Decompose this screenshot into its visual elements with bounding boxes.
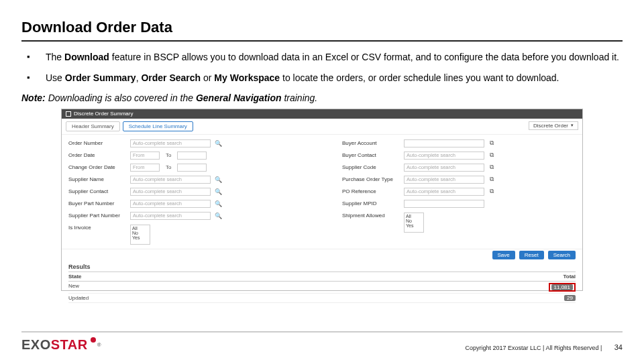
to-label: To bbox=[164, 164, 173, 170]
results-section: Results State Total New 11,081 Updated 2… bbox=[62, 261, 582, 303]
label-shipment-allowed: Shipment Allowed bbox=[342, 213, 400, 219]
copy-icon[interactable]: ⧉ bbox=[488, 152, 495, 159]
col-state: State bbox=[68, 274, 82, 280]
reset-button[interactable]: Reset bbox=[519, 251, 544, 259]
note-label: Note: bbox=[21, 93, 48, 103]
logo-dot-icon bbox=[91, 337, 96, 343]
text-bold: Order Summary bbox=[65, 72, 136, 83]
change-date-to[interactable] bbox=[177, 164, 207, 172]
copy-icon[interactable]: ⧉ bbox=[488, 140, 495, 147]
logo-text-exo: EXO bbox=[21, 337, 51, 353]
note: Note: Downloading is also covered in the… bbox=[21, 93, 623, 103]
results-row-updated: Updated 29 bbox=[68, 294, 576, 303]
option-yes[interactable]: Yes bbox=[406, 223, 422, 228]
label-supplier-mpid: Supplier MPID bbox=[342, 200, 400, 206]
text: Downloading is also covered in the bbox=[48, 93, 196, 103]
shipment-allowed-listbox[interactable]: All No Yes bbox=[404, 213, 424, 233]
order-date-from[interactable]: From bbox=[130, 152, 160, 160]
page-title: Download Order Data bbox=[21, 19, 623, 42]
buyer-contact-input[interactable]: Auto-complete search bbox=[404, 152, 484, 160]
text: Use bbox=[46, 72, 65, 83]
label-change-order-date: Change Order Date bbox=[68, 164, 126, 170]
tab-bar: Header Summary Schedule Line Summary bbox=[62, 119, 582, 135]
copy-icon[interactable]: ⧉ bbox=[488, 164, 495, 171]
label-po-reference: PO Reference bbox=[342, 188, 400, 194]
footer-right: Copyright 2017 Exostar LLC | All Rights … bbox=[466, 341, 623, 353]
supplier-code-input[interactable]: Auto-complete search bbox=[404, 164, 484, 172]
embedded-screenshot: Discrete Order Summary Header Summary Sc… bbox=[61, 109, 583, 291]
order-number-input[interactable]: Auto-complete search bbox=[130, 139, 211, 147]
text-bold: My Workspace bbox=[214, 72, 282, 83]
buyer-account-input[interactable] bbox=[404, 139, 484, 147]
supplier-name-input[interactable]: Auto-complete search bbox=[130, 176, 211, 184]
download-dropdown[interactable]: Discrete Order bbox=[529, 121, 578, 130]
state-value: Updated bbox=[68, 295, 89, 301]
total-badge[interactable]: 11,081 bbox=[551, 284, 573, 290]
text: or bbox=[203, 72, 214, 83]
change-date-from[interactable]: From bbox=[130, 164, 160, 172]
label-is-invoice: Is Invoice bbox=[68, 225, 126, 231]
form-right-column: Buyer Account⧉ Buyer ContactAuto-complet… bbox=[342, 137, 576, 245]
collapse-icon bbox=[66, 111, 71, 117]
total-badge[interactable]: 29 bbox=[564, 295, 576, 301]
search-icon[interactable]: 🔍 bbox=[215, 200, 221, 207]
supplier-mpid-input[interactable] bbox=[404, 200, 484, 208]
po-type-input[interactable]: Auto-complete search bbox=[404, 176, 484, 184]
label-buyer-contact: Buyer Contact bbox=[342, 152, 400, 158]
save-button[interactable]: Save bbox=[492, 251, 515, 259]
option-all[interactable]: All bbox=[406, 214, 422, 219]
results-header-row: State Total bbox=[68, 272, 576, 282]
label-buyer-part-number: Buyer Part Number bbox=[68, 200, 126, 206]
supplier-part-input[interactable]: Auto-complete search bbox=[130, 212, 211, 220]
exostar-logo: EXOSTAR® bbox=[21, 337, 101, 353]
results-row-new: New 11,081 bbox=[68, 282, 576, 294]
label-purchase-order-type: Purchase Order Type bbox=[342, 176, 400, 182]
label-supplier-name: Supplier Name bbox=[68, 176, 126, 182]
search-icon[interactable]: 🔍 bbox=[215, 140, 221, 147]
col-total: Total bbox=[563, 274, 576, 280]
state-value: New bbox=[68, 283, 79, 292]
copy-icon[interactable]: ⧉ bbox=[488, 176, 495, 183]
label-buyer-account: Buyer Account bbox=[342, 140, 400, 146]
is-invoice-listbox[interactable]: All No Yes bbox=[130, 225, 150, 245]
text-bold: Download bbox=[64, 52, 112, 62]
form-left-column: Order NumberAuto-complete search🔍 Order … bbox=[68, 137, 302, 245]
order-date-to[interactable] bbox=[177, 152, 207, 160]
button-bar: Save Reset Search bbox=[62, 249, 582, 261]
logo-text-star: STAR bbox=[51, 337, 88, 353]
results-heading: Results bbox=[68, 263, 576, 270]
copy-icon[interactable]: ⧉ bbox=[488, 188, 495, 195]
screenshot-title: Discrete Order Summary bbox=[74, 111, 133, 117]
slide: Download Order Data The Download feature… bbox=[0, 0, 644, 362]
option-yes[interactable]: Yes bbox=[132, 235, 148, 240]
tab-header-summary[interactable]: Header Summary bbox=[66, 121, 120, 131]
screenshot-titlebar: Discrete Order Summary bbox=[62, 109, 582, 119]
buyer-part-input[interactable]: Auto-complete search bbox=[130, 200, 211, 208]
page-number: 34 bbox=[614, 343, 623, 351]
footer: EXOSTAR® Copyright 2017 Exostar LLC | Al… bbox=[21, 337, 623, 353]
text: feature in BSCP allows you to download d… bbox=[112, 52, 619, 62]
search-form: Order NumberAuto-complete search🔍 Order … bbox=[62, 135, 582, 247]
label-supplier-code: Supplier Code bbox=[342, 164, 400, 170]
label-order-date: Order Date bbox=[68, 152, 126, 158]
bullet-list: The Download feature in BSCP allows you … bbox=[21, 51, 623, 84]
search-button[interactable]: Search bbox=[548, 251, 576, 259]
tab-schedule-line-summary[interactable]: Schedule Line Summary bbox=[123, 121, 193, 131]
to-label: To bbox=[164, 152, 173, 158]
bullet-2: Use Order Summary, Order Search or My Wo… bbox=[21, 72, 623, 84]
label-supplier-contact: Supplier Contact bbox=[68, 188, 126, 194]
search-icon[interactable]: 🔍 bbox=[215, 176, 221, 183]
bullet-1: The Download feature in BSCP allows you … bbox=[21, 51, 623, 64]
po-reference-input[interactable]: Auto-complete search bbox=[404, 188, 484, 196]
option-all[interactable]: All bbox=[132, 226, 148, 231]
text-bold: Order Search bbox=[141, 72, 203, 83]
text-bold: General Navigation bbox=[196, 93, 284, 103]
option-no[interactable]: No bbox=[132, 231, 148, 235]
search-icon[interactable]: 🔍 bbox=[215, 188, 221, 195]
search-icon[interactable]: 🔍 bbox=[215, 213, 221, 219]
option-no[interactable]: No bbox=[406, 219, 422, 223]
footer-divider bbox=[21, 331, 623, 333]
supplier-contact-input[interactable]: Auto-complete search bbox=[130, 188, 211, 196]
text: to locate the orders, or order schedule … bbox=[282, 72, 559, 83]
text: training. bbox=[284, 93, 317, 103]
